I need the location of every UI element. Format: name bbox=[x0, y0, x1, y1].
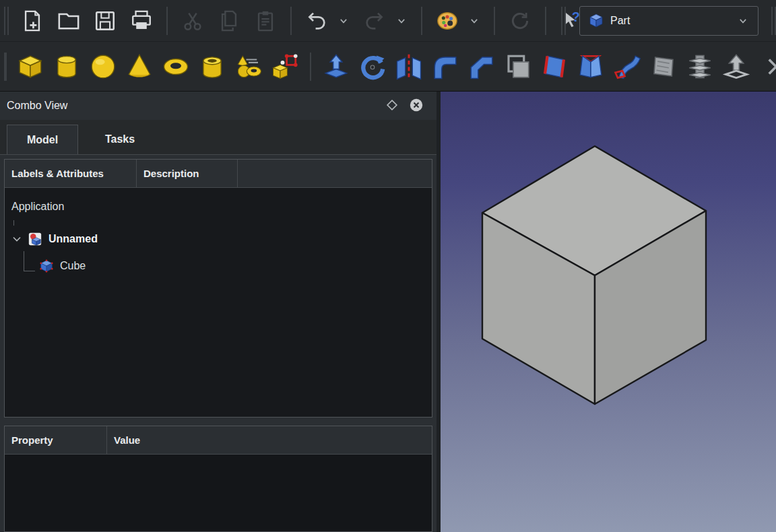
column-header-empty bbox=[238, 160, 432, 187]
column-header-labels[interactable]: Labels & Attributes bbox=[5, 160, 137, 187]
ruled-surface-icon bbox=[540, 53, 569, 81]
save-document-button[interactable] bbox=[90, 5, 121, 37]
tree-item-application[interactable]: Application bbox=[5, 193, 432, 220]
cross-sections-icon bbox=[686, 53, 714, 81]
ruled-surface-button[interactable] bbox=[539, 51, 570, 83]
model-tree: Labels & Attributes Description Applicat… bbox=[4, 159, 432, 418]
fillet-button[interactable] bbox=[430, 51, 461, 83]
sphere-button[interactable] bbox=[88, 51, 119, 83]
toolbar-separator bbox=[166, 7, 168, 35]
paste-button[interactable] bbox=[250, 5, 281, 37]
cut-icon bbox=[181, 9, 204, 32]
close-panel-button[interactable] bbox=[408, 98, 424, 114]
open-document-button[interactable] bbox=[53, 5, 84, 37]
create-primitives-button[interactable] bbox=[233, 51, 264, 83]
appearance-button[interactable] bbox=[432, 5, 463, 37]
make-face-icon bbox=[504, 53, 532, 81]
tree-item-cube[interactable]: Cube bbox=[5, 253, 432, 279]
toolbar-drag-handle[interactable] bbox=[4, 53, 7, 81]
torus-icon bbox=[162, 53, 190, 81]
shape-builder-button[interactable] bbox=[269, 51, 300, 83]
chevron-down-icon bbox=[395, 14, 408, 28]
cut-button[interactable] bbox=[177, 5, 208, 37]
combo-view-tabbar: Model Tasks bbox=[0, 120, 437, 155]
loft-icon bbox=[577, 53, 605, 81]
redo-dropdown-button[interactable] bbox=[393, 6, 410, 36]
copy-icon bbox=[218, 9, 240, 32]
workbench-selector[interactable]: Part bbox=[579, 6, 758, 36]
mirror-icon bbox=[395, 53, 423, 81]
paste-icon bbox=[254, 9, 277, 32]
new-document-button[interactable] bbox=[17, 5, 48, 37]
part-toolbar bbox=[0, 42, 776, 92]
column-header-value[interactable]: Value bbox=[107, 426, 432, 454]
property-editor: Property Value bbox=[4, 426, 432, 532]
undo-button[interactable] bbox=[301, 5, 332, 37]
property-list-empty bbox=[5, 455, 432, 531]
sweep-button[interactable] bbox=[612, 51, 643, 83]
tab-tasks[interactable]: Tasks bbox=[78, 125, 162, 154]
column-header-description[interactable]: Description bbox=[137, 160, 238, 187]
chevron-down-icon bbox=[467, 14, 481, 28]
copy-button[interactable] bbox=[214, 5, 245, 37]
float-panel-button[interactable] bbox=[384, 98, 400, 114]
save-icon bbox=[94, 9, 117, 32]
cube-icon bbox=[39, 259, 54, 273]
cone-icon bbox=[125, 53, 154, 81]
torus-button[interactable] bbox=[160, 51, 191, 83]
column-header-property[interactable]: Property bbox=[5, 426, 107, 454]
cube-object[interactable] bbox=[441, 92, 776, 532]
loft-button[interactable] bbox=[575, 51, 606, 83]
3d-viewport[interactable] bbox=[441, 92, 776, 532]
appearance-dropdown-button[interactable] bbox=[465, 6, 483, 36]
box-button[interactable] bbox=[15, 51, 46, 83]
fillet-icon bbox=[431, 53, 459, 81]
svg-text:?: ? bbox=[572, 9, 580, 24]
tree-branch-line bbox=[13, 220, 14, 226]
section-button[interactable] bbox=[648, 51, 679, 83]
overflow-chevron-icon bbox=[758, 53, 776, 81]
offset-icon bbox=[722, 53, 750, 81]
toolbar-drag-handle[interactable] bbox=[771, 7, 776, 35]
tube-icon bbox=[198, 53, 226, 81]
revolve-button[interactable] bbox=[357, 51, 388, 83]
close-icon bbox=[409, 98, 424, 112]
offset-button[interactable] bbox=[721, 51, 752, 83]
toolbar-drag-handle[interactable] bbox=[561, 7, 566, 35]
toolbar-drag-handle[interactable] bbox=[4, 7, 9, 35]
extrude-button[interactable] bbox=[321, 51, 352, 83]
cone-button[interactable] bbox=[124, 51, 155, 83]
float-icon bbox=[385, 98, 399, 112]
toolbar-overflow-button[interactable] bbox=[757, 51, 776, 83]
undo-dropdown-button[interactable] bbox=[335, 6, 352, 36]
tree-item-unnamed[interactable]: Unnamed bbox=[5, 226, 432, 253]
sphere-icon bbox=[89, 53, 117, 81]
tab-model[interactable]: Model bbox=[7, 125, 78, 154]
tube-button[interactable] bbox=[197, 51, 228, 83]
chamfer-button[interactable] bbox=[466, 51, 497, 83]
box-icon bbox=[16, 53, 44, 81]
mirror-button[interactable] bbox=[393, 51, 424, 83]
tree-branch-line bbox=[24, 251, 35, 271]
redo-button[interactable] bbox=[359, 5, 390, 37]
cross-sections-button[interactable] bbox=[684, 51, 715, 83]
cylinder-icon bbox=[53, 53, 81, 81]
toolbar-separator bbox=[290, 7, 292, 35]
standard-toolbar: ? Part bbox=[0, 0, 776, 42]
print-button[interactable] bbox=[126, 5, 157, 37]
primitives-icon bbox=[234, 53, 263, 81]
refresh-button[interactable] bbox=[505, 5, 536, 37]
make-face-button[interactable] bbox=[503, 51, 534, 83]
refresh-icon bbox=[509, 9, 531, 32]
revolve-icon bbox=[358, 53, 387, 81]
print-icon bbox=[130, 9, 153, 32]
toolbar-separator bbox=[494, 7, 495, 35]
tree-expander-icon[interactable] bbox=[10, 232, 24, 246]
palette-icon bbox=[436, 9, 459, 32]
part-workbench-icon bbox=[588, 13, 604, 29]
chevron-down-icon bbox=[337, 14, 350, 28]
toolbar-separator bbox=[421, 7, 422, 35]
workbench-selector-label: Part bbox=[610, 15, 630, 27]
cylinder-button[interactable] bbox=[51, 51, 82, 83]
sweep-icon bbox=[613, 53, 641, 81]
